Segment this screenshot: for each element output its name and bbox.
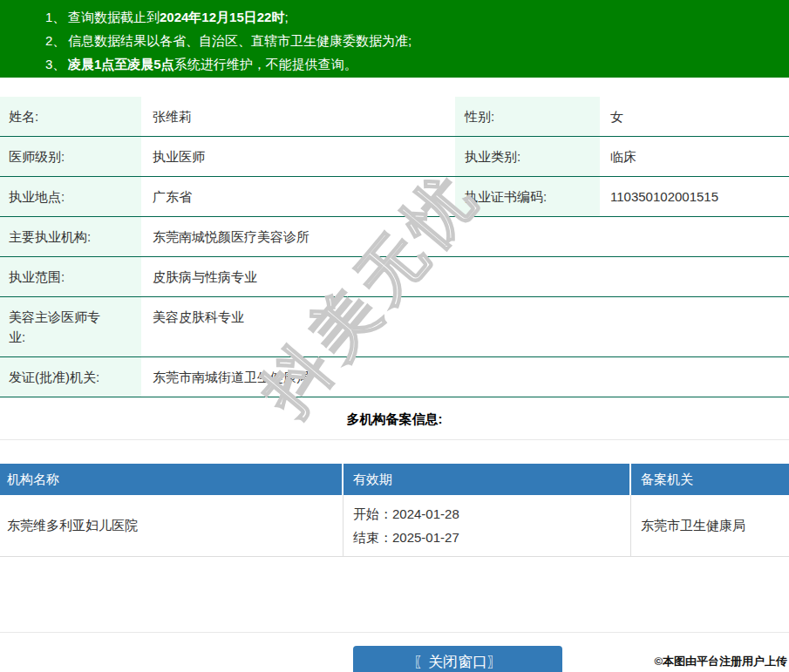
field-value-gender: 女	[600, 97, 789, 136]
field-label-practice-category: 执业类别:	[455, 137, 600, 176]
field-label-gender: 性别:	[455, 97, 600, 136]
field-value-practice-scope: 皮肤病与性病专业	[141, 257, 789, 296]
table-row-level-category: 医师级别: 执业医师 执业类别: 临床	[0, 137, 789, 177]
notice-text: 查询数据截止到2024年12月15日22时;	[68, 5, 289, 29]
field-value-cosmetic-specialty: 美容皮肤科专业	[141, 297, 789, 356]
section-divider	[0, 439, 789, 440]
notice-number: 1、	[45, 5, 68, 29]
column-header-institution-name: 机构名称	[0, 464, 343, 495]
notice-number: 3、	[45, 52, 68, 76]
field-value-main-institution: 东莞南城悦颜医疗美容诊所	[141, 217, 789, 256]
notice-text: 凌晨1点至凌晨5点系统进行维护，不能提供查询。	[68, 52, 357, 76]
notice-line-2: 2、 信息数据结果以各省、自治区、直辖市卫生健康委数据为准;	[0, 29, 789, 52]
field-value-certificate-number: 110350102001515	[600, 177, 789, 216]
filing-validity-period: 开始：2024-01-28 结束：2025-01-27	[343, 495, 631, 557]
filing-institution-name: 东莞维多利亚妇儿医院	[0, 495, 343, 557]
field-value-doctor-level: 执业医师	[141, 137, 455, 176]
filing-table-header: 机构名称 有效期 备案机关	[0, 464, 789, 495]
filing-authority: 东莞市卫生健康局	[631, 495, 789, 557]
table-row-issuing-authority: 发证(批准)机关: 东莞市南城街道卫生健康局	[0, 357, 789, 397]
field-label-doctor-level: 医师级别:	[0, 137, 141, 176]
field-label-practice-scope: 执业范围:	[0, 257, 141, 296]
notice-text: 信息数据结果以各省、自治区、直辖市卫生健康委数据为准;	[68, 29, 412, 52]
field-label-cosmetic-specialty: 美容主诊医师专业:	[0, 297, 141, 356]
filing-section-title: 多机构备案信息:	[0, 411, 789, 428]
notice-line-3: 3、 凌晨1点至凌晨5点系统进行维护，不能提供查询。	[0, 52, 789, 76]
field-value-name: 张维莉	[141, 97, 455, 136]
doctor-info-table: 姓名: 张维莉 性别: 女 医师级别: 执业医师 执业类别: 临床 执业地点: …	[0, 97, 789, 397]
table-row-location-certno: 执业地点: 广东省 执业证书编码: 110350102001515	[0, 177, 789, 217]
field-label-issuing-authority: 发证(批准)机关:	[0, 357, 141, 397]
query-result-page: 1、 查询数据截止到2024年12月15日22时; 2、 信息数据结果以各省、自…	[0, 0, 789, 672]
field-label-name: 姓名:	[0, 97, 141, 136]
filing-table: 机构名称 有效期 备案机关 东莞维多利亚妇儿医院 开始：2024-01-28 结…	[0, 464, 789, 557]
validity-end: 结束：2025-01-27	[353, 526, 630, 549]
footer-divider	[0, 632, 789, 633]
field-label-certificate-number: 执业证书编码:	[455, 177, 600, 216]
field-label-practice-location: 执业地点:	[0, 177, 141, 216]
field-value-practice-category: 临床	[600, 137, 789, 176]
column-header-validity: 有效期	[343, 464, 631, 495]
table-row-name-gender: 姓名: 张维莉 性别: 女	[0, 97, 789, 137]
upload-credit-text: ©本图由平台注册用户上传	[654, 654, 787, 669]
table-row-main-institution: 主要执业机构: 东莞南城悦颜医疗美容诊所	[0, 217, 789, 257]
validity-start: 开始：2024-01-28	[353, 502, 630, 526]
notice-number: 2、	[45, 29, 68, 52]
field-label-main-institution: 主要执业机构:	[0, 217, 141, 256]
field-value-issuing-authority: 东莞市南城街道卫生健康局	[141, 357, 789, 397]
table-row-practice-scope: 执业范围: 皮肤病与性病专业	[0, 257, 789, 297]
field-value-practice-location: 广东省	[141, 177, 455, 216]
close-window-button[interactable]: 〖关闭窗口〗	[353, 646, 562, 672]
column-header-filing-authority: 备案机关	[631, 464, 789, 495]
notice-banner: 1、 查询数据截止到2024年12月15日22时; 2、 信息数据结果以各省、自…	[0, 0, 789, 78]
table-row-cosmetic-specialty: 美容主诊医师专业: 美容皮肤科专业	[0, 297, 789, 357]
notice-line-1: 1、 查询数据截止到2024年12月15日22时;	[0, 5, 789, 29]
filing-table-row: 东莞维多利亚妇儿医院 开始：2024-01-28 结束：2025-01-27 东…	[0, 495, 789, 557]
